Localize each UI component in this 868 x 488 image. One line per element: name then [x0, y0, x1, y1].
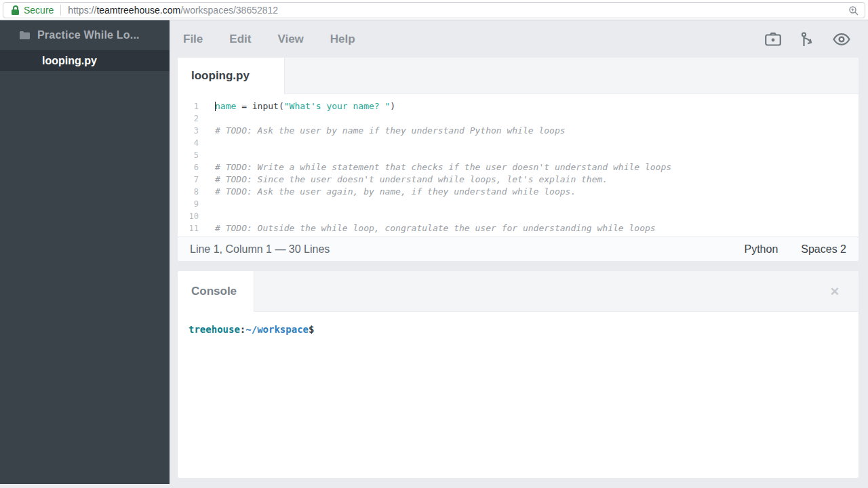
tab-label: looping.py — [191, 69, 250, 83]
code-token-comment: # TODO: Ask the user by name if they und… — [215, 125, 566, 136]
secure-label: Secure — [24, 5, 54, 16]
zoom-in-icon[interactable] — [848, 5, 859, 16]
editor-statusbar: Line 1, Column 1 — 30 Lines Python Space… — [178, 237, 859, 261]
line-content: # TODO: Since the user doesn't understan… — [199, 174, 608, 186]
prompt-path: ~/workspace — [245, 324, 309, 335]
code-editor[interactable]: 1name = input("What's your name? ")23# T… — [178, 94, 859, 237]
sidebar-folder-practice-while-loops[interactable]: Practice While Lo... — [0, 20, 170, 50]
menu-item-help[interactable]: Help — [330, 33, 355, 46]
code-token-string: "What's your name? " — [284, 101, 391, 111]
url-path: /workspaces/38652812 — [180, 5, 278, 16]
line-number: 1 — [178, 100, 199, 113]
menu-items: File Edit View Help — [183, 20, 355, 58]
line-content: # TODO: Outside the while loop, congratu… — [199, 222, 656, 235]
sidebar-file-looping-py[interactable]: looping.py — [0, 50, 170, 71]
code-token-comment: # TODO: Write a while statement that che… — [215, 162, 671, 172]
console-panel: Console ✕ treehouse:~/workspace$ — [178, 271, 859, 478]
terminal-prompt: treehouse:~/workspace$ — [189, 324, 314, 335]
line-content: # TODO: Ask the user by name if they und… — [199, 125, 566, 137]
code-line[interactable]: 9 — [178, 198, 859, 210]
camera-icon[interactable] — [765, 33, 781, 46]
code-line[interactable]: 3# TODO: Ask the user by name if they un… — [178, 125, 859, 137]
text-caret — [215, 102, 216, 111]
menubar: File Edit View Help — [170, 20, 868, 58]
code-token-plain: = input( — [236, 101, 283, 111]
close-icon[interactable]: ✕ — [830, 285, 840, 297]
url-text[interactable]: https://teamtreehouse.com/workspaces/386… — [68, 5, 278, 16]
code-token-comment: # TODO: Ask the user again, by name, if … — [215, 186, 576, 197]
console-tab-label: Console — [191, 285, 237, 298]
line-number: 11 — [178, 222, 199, 235]
url-divider — [60, 5, 61, 16]
sidebar: Practice While Lo... looping.py — [0, 20, 170, 484]
line-content — [199, 149, 215, 161]
code-token-plain: ) — [390, 101, 395, 111]
code-line[interactable]: 5 — [178, 149, 859, 161]
line-content — [199, 113, 215, 125]
line-content — [199, 137, 215, 149]
browser-bar: Secure https://teamtreehouse.com/workspa… — [0, 0, 868, 20]
terminal[interactable]: treehouse:~/workspace$ — [178, 312, 859, 468]
code-line[interactable]: 11# TODO: Outside the while loop, congra… — [178, 222, 859, 235]
line-number: 2 — [178, 113, 199, 125]
line-content — [199, 210, 215, 222]
url-domain: teamtreehouse.com — [96, 5, 180, 16]
line-content — [199, 198, 215, 210]
code-line[interactable]: 8# TODO: Ask the user again, by name, if… — [178, 186, 859, 198]
line-number: 9 — [178, 198, 199, 210]
editor-panel: looping.py 1name = input("What's your na… — [178, 58, 859, 261]
code-line[interactable]: 7# TODO: Since the user doesn't understa… — [178, 174, 859, 186]
folder-icon — [19, 30, 31, 40]
line-content: # TODO: Write a while statement that che… — [199, 161, 671, 174]
sidebar-folder-label: Practice While Lo... — [37, 29, 140, 41]
line-number: 5 — [178, 149, 199, 161]
line-number: 8 — [178, 186, 199, 198]
line-content: # TODO: Ask the user again, by name, if … — [199, 186, 576, 198]
line-number: 7 — [178, 174, 199, 186]
console-tabbar: Console ✕ — [178, 271, 859, 312]
code-token-comment: # TODO: Outside the while loop, congratu… — [215, 223, 656, 233]
lock-icon[interactable] — [12, 5, 19, 15]
menu-item-edit[interactable]: Edit — [229, 33, 251, 46]
code-token-comment: # TODO: Since the user doesn't understan… — [215, 174, 608, 184]
fork-icon[interactable] — [800, 32, 814, 47]
line-number: 10 — [178, 210, 199, 222]
code-line[interactable]: 2 — [178, 113, 859, 125]
tab-console[interactable]: Console — [178, 271, 254, 312]
line-number: 3 — [178, 125, 199, 137]
menu-item-view[interactable]: View — [277, 33, 303, 46]
code-line[interactable]: 1name = input("What's your name? ") — [178, 100, 859, 113]
code-line[interactable]: 10 — [178, 210, 859, 222]
url-field[interactable]: Secure https://teamtreehouse.com/workspa… — [3, 2, 865, 18]
code-line[interactable]: 6# TODO: Write a while statement that ch… — [178, 161, 859, 174]
eye-icon[interactable] — [833, 33, 850, 45]
line-number: 6 — [178, 161, 199, 174]
prompt-symbol: $ — [309, 324, 314, 335]
editor-tabbar: looping.py — [178, 58, 859, 94]
indent-selector[interactable]: Spaces 2 — [801, 243, 846, 256]
menu-item-file[interactable]: File — [183, 33, 203, 46]
line-number: 4 — [178, 137, 199, 149]
menu-icons — [765, 20, 850, 58]
code-line[interactable]: 4 — [178, 137, 859, 149]
code-token-variable: name — [215, 101, 236, 111]
cursor-position-status: Line 1, Column 1 — 30 Lines — [190, 243, 330, 256]
prompt-user: treehouse — [189, 324, 240, 335]
url-scheme: https:// — [68, 5, 96, 16]
language-selector[interactable]: Python — [744, 243, 778, 256]
line-content: name = input("What's your name? ") — [199, 100, 395, 113]
tab-looping-py[interactable]: looping.py — [178, 58, 285, 94]
